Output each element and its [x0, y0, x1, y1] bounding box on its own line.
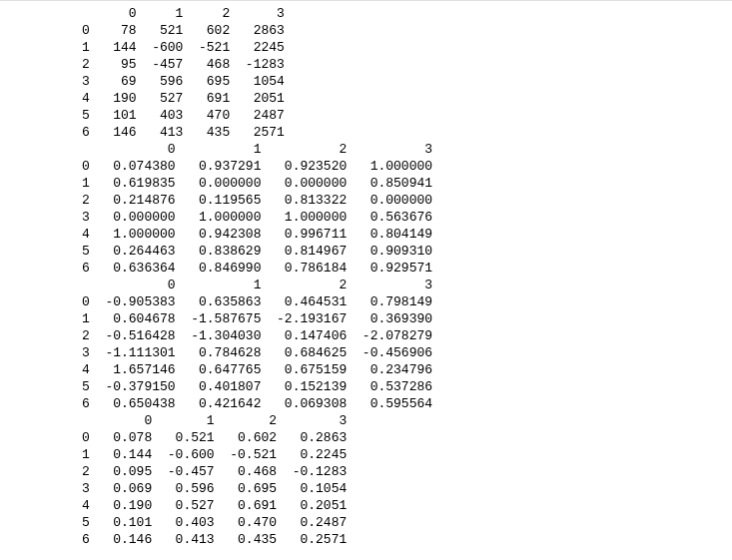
console-output: 0 1 2 3 0 78 521 602 2863 1 144 -600 -52… — [0, 5, 732, 548]
